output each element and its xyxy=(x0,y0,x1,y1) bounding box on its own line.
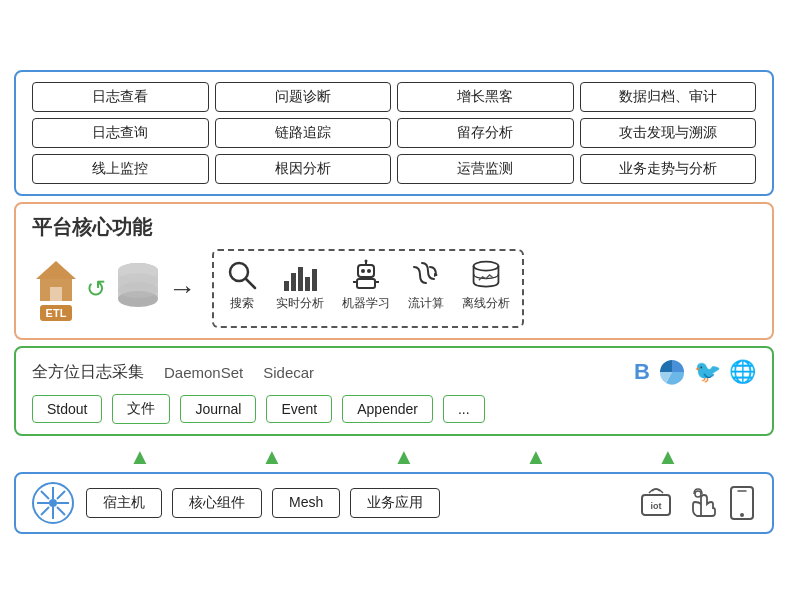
top-item: 链路追踪 xyxy=(215,118,392,148)
svg-line-28 xyxy=(41,491,49,499)
journal-item: Journal xyxy=(180,395,256,423)
main-container: 日志查看 问题诊断 增长黑客 数据归档、审计 日志查询 链路追踪 留存分析 攻击… xyxy=(14,70,774,534)
analysis-icons: 搜索 实时分析 xyxy=(226,259,510,312)
globe-logo: 🌐 xyxy=(729,359,756,385)
svg-point-36 xyxy=(740,513,744,517)
svg-rect-16 xyxy=(357,279,375,288)
bird-logo: 🐦 xyxy=(694,359,721,385)
svg-line-29 xyxy=(57,507,65,515)
file-item: 文件 xyxy=(112,394,170,424)
top-item: 攻击发现与溯源 xyxy=(580,118,757,148)
arrow-right: → xyxy=(168,273,196,305)
svg-rect-11 xyxy=(358,265,374,277)
top-item: 线上监控 xyxy=(32,154,209,184)
database-icon xyxy=(112,259,164,319)
arrow-up-5: ▲ xyxy=(657,444,679,470)
stream-icon xyxy=(410,259,442,291)
stream-label: 流计算 xyxy=(408,295,444,312)
search-icon-item: 搜索 xyxy=(226,259,258,312)
more-item: ... xyxy=(443,395,485,423)
svg-line-30 xyxy=(57,491,65,499)
biz-item: 业务应用 xyxy=(350,488,440,518)
analysis-box: 搜索 实时分析 xyxy=(212,249,524,328)
arrow-up-3: ▲ xyxy=(393,444,415,470)
svg-rect-2 xyxy=(50,287,62,301)
touch-icon xyxy=(684,486,718,520)
middle-title: 平台核心功能 xyxy=(32,214,756,241)
svg-point-34 xyxy=(695,491,701,497)
stream-icon-item: 流计算 xyxy=(408,259,444,312)
arrow-up-2: ▲ xyxy=(261,444,283,470)
kubernetes-icon xyxy=(32,482,74,524)
lowest-section: 宿主机 核心组件 Mesh 业务应用 iot xyxy=(14,472,774,534)
daemonset-label: DaemonSet xyxy=(164,364,243,381)
top-item: 运营监测 xyxy=(397,154,574,184)
host-item: 宿主机 xyxy=(86,488,162,518)
middle-section: 平台核心功能 xyxy=(14,202,774,340)
arrow-up-4: ▲ xyxy=(525,444,547,470)
iot-icon: iot xyxy=(638,485,674,521)
collection-items-row: Stdout 文件 Journal Event Appender ... xyxy=(32,394,756,424)
pie-chart-logo xyxy=(658,358,686,386)
realtime-icon-item: 实时分析 xyxy=(276,263,324,312)
appender-item: Appender xyxy=(342,395,433,423)
arrows-separator: ▲ ▲ ▲ ▲ ▲ xyxy=(14,442,774,472)
svg-marker-0 xyxy=(36,261,76,279)
svg-point-23 xyxy=(49,499,57,507)
etl-area: ETL ↺ → xyxy=(32,257,196,321)
svg-point-13 xyxy=(367,269,371,273)
right-icons: iot xyxy=(638,485,756,521)
core-item: 核心组件 xyxy=(172,488,262,518)
b-logo: B xyxy=(634,359,650,385)
mesh-item: Mesh xyxy=(272,488,340,518)
recycle-arrows: ↺ xyxy=(86,277,106,301)
svg-line-10 xyxy=(246,279,255,288)
middle-content: ETL ↺ → xyxy=(32,249,756,328)
collection-section: 全方位日志采集 DaemonSet Sidecar B 🐦 🌐 St xyxy=(14,346,774,436)
ml-icon-item: 机器学习 xyxy=(342,259,390,312)
top-item: 根因分析 xyxy=(215,154,392,184)
search-icon xyxy=(226,259,258,291)
svg-line-31 xyxy=(41,507,49,515)
svg-point-12 xyxy=(361,269,365,273)
offline-db-icon xyxy=(470,259,502,291)
top-grid: 日志查看 问题诊断 增长黑客 数据归档、审计 日志查询 链路追踪 留存分析 攻击… xyxy=(32,82,756,184)
etl-icon: ETL xyxy=(32,257,80,321)
event-item: Event xyxy=(266,395,332,423)
search-label: 搜索 xyxy=(230,295,254,312)
top-item: 日志查看 xyxy=(32,82,209,112)
warehouse-icon xyxy=(32,257,80,305)
top-item: 增长黑客 xyxy=(397,82,574,112)
top-section: 日志查看 问题诊断 增长黑客 数据归档、审计 日志查询 链路追踪 留存分析 攻击… xyxy=(14,70,774,196)
stdout-item: Stdout xyxy=(32,395,102,423)
robot-icon xyxy=(350,259,382,291)
top-item: 问题诊断 xyxy=(215,82,392,112)
svg-point-15 xyxy=(365,260,368,263)
ml-label: 机器学习 xyxy=(342,295,390,312)
svg-point-21 xyxy=(474,262,499,271)
offline-label: 离线分析 xyxy=(462,295,510,312)
top-item: 业务走势与分析 xyxy=(580,154,757,184)
top-item: 日志查询 xyxy=(32,118,209,148)
realtime-label: 实时分析 xyxy=(276,295,324,312)
svg-point-8 xyxy=(118,282,158,298)
bar-chart-icon xyxy=(284,263,317,291)
top-item: 数据归档、审计 xyxy=(580,82,757,112)
lowest-items: 宿主机 核心组件 Mesh 业务应用 xyxy=(86,488,626,518)
collection-title: 全方位日志采集 xyxy=(32,362,144,383)
sidecar-label: Sidecar xyxy=(263,364,314,381)
mobile-icon xyxy=(728,485,756,521)
svg-text:iot: iot xyxy=(651,501,662,511)
collection-title-row: 全方位日志采集 DaemonSet Sidecar B 🐦 🌐 xyxy=(32,358,756,386)
offline-icon-item: 离线分析 xyxy=(462,259,510,312)
logos-row: B 🐦 🌐 xyxy=(634,358,756,386)
arrow-up-1: ▲ xyxy=(129,444,151,470)
top-item: 留存分析 xyxy=(397,118,574,148)
